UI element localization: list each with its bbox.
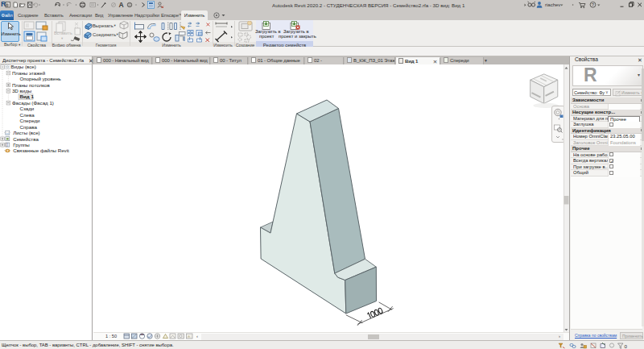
svg-text:Планы этажей: Планы этажей (12, 70, 46, 76)
svg-text:Листы (все): Листы (все) (13, 130, 39, 135)
svg-text:Спереди: Спереди (20, 118, 41, 123)
svg-text:0: 0 (625, 343, 628, 349)
svg-text:A: A (119, 1, 124, 9)
svg-text:Сзади: Сзади (20, 106, 35, 111)
svg-text:Планы потолков: Планы потолков (12, 82, 51, 88)
svg-text:Семейства: Семейства (13, 136, 39, 142)
svg-text:Справа: Справа (20, 124, 38, 130)
svg-text:Вид 1: Вид 1 (20, 93, 35, 99)
svg-text:Группы: Группы (13, 142, 30, 147)
svg-text:[]: [] (6, 143, 8, 147)
svg-text:Слева: Слева (20, 112, 35, 118)
svg-text:Виды (все): Виды (все) (11, 64, 36, 69)
svg-text:Опорный уровень: Опорный уровень (20, 76, 61, 81)
svg-text:Связанные файлы Revit: Связанные файлы Revit (13, 147, 69, 153)
svg-text:riachev: riachev (545, 2, 560, 7)
svg-text:?: ? (592, 2, 595, 7)
svg-text:3D виды: 3D виды (12, 88, 32, 93)
svg-text:Фасады (Фасад 1): Фасады (Фасад 1) (12, 100, 54, 106)
